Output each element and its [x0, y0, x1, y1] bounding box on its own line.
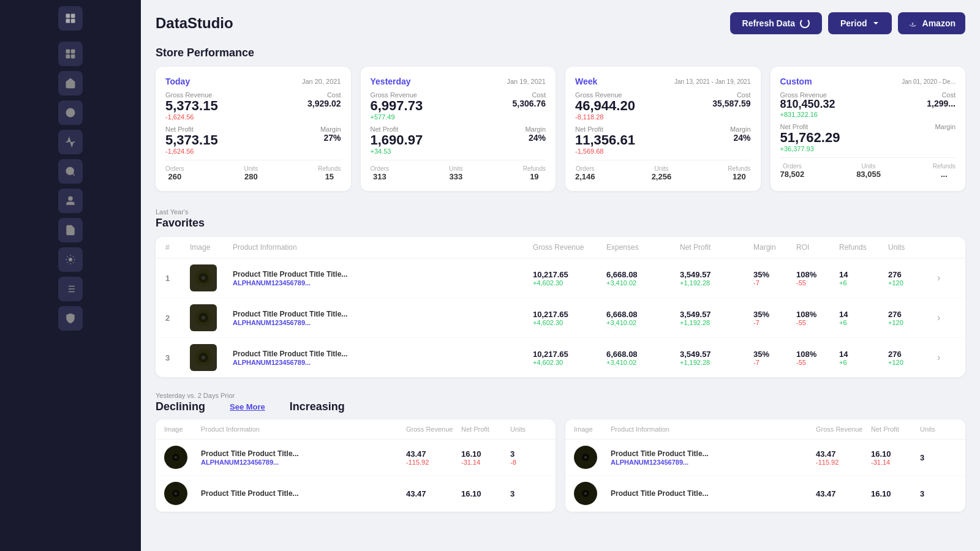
- week-units-label: Units: [652, 165, 672, 172]
- increasing-title: Increasing: [290, 400, 345, 413]
- units-1: 276 +120: [888, 270, 937, 287]
- custom-profit-delta: +36,377.93: [780, 145, 840, 152]
- inc-th-image: Image: [574, 425, 611, 433]
- today-orders-label: Orders: [165, 165, 184, 172]
- week-units-value: 2,256: [652, 172, 672, 181]
- list-item: Product Title Product Title... 43.47 16.…: [565, 476, 965, 512]
- th-margin: Margin: [753, 243, 796, 252]
- svg-point-32: [175, 456, 177, 459]
- card-yesterday-tab[interactable]: Yesterday: [371, 77, 411, 86]
- amazon-label: Amazon: [922, 18, 956, 28]
- refunds-1: 14 +6: [839, 270, 888, 287]
- refresh-data-button[interactable]: Refresh Data: [730, 12, 822, 34]
- yesterday-revenue-value: 6,997.73: [371, 99, 423, 113]
- th-units: Units: [888, 243, 937, 252]
- declining-header: Declining See More Increasing: [156, 400, 965, 413]
- sidebar-item-5[interactable]: [58, 159, 83, 184]
- week-margin-value: 24%: [730, 133, 751, 143]
- svg-rect-4: [66, 50, 69, 53]
- card-custom-tab[interactable]: Custom: [780, 77, 812, 86]
- favorites-title: Favorites: [156, 217, 965, 230]
- product-sku-1[interactable]: ALPHANUM123456789...: [233, 279, 533, 287]
- perf-card-custom: Custom Jan 01, 2020 - De... Gross Revenu…: [771, 67, 966, 191]
- th-actions: [937, 243, 956, 252]
- row-num-3: 3: [165, 353, 190, 362]
- custom-cost-label: Cost: [927, 91, 956, 99]
- dec-product-info-1: Product Title Product Title... ALPHANUM1…: [201, 449, 406, 467]
- dec-product-info-2: Product Title Product Title...: [201, 489, 406, 499]
- net-profit-2: 3,549.57 +1,192.28: [680, 310, 753, 326]
- sidebar-item-4[interactable]: [58, 130, 83, 154]
- period-button[interactable]: Period: [828, 12, 892, 34]
- row-num-2: 2: [165, 313, 190, 323]
- product-title-3: Product Title Product Title Title...: [233, 350, 533, 359]
- dec-product-image-1: [164, 446, 187, 469]
- card-today-tab[interactable]: Today: [165, 77, 190, 86]
- svg-rect-2: [66, 19, 70, 23]
- product-info-2: Product Title Product Title Title... ALP…: [233, 310, 533, 327]
- units-2: 276 +120: [888, 310, 937, 326]
- custom-profit-value: 51,762.29: [780, 130, 840, 145]
- card-today-date: Jan 20, 2021: [302, 78, 341, 85]
- sidebar-item-7[interactable]: [58, 218, 83, 242]
- svg-point-23: [202, 276, 205, 280]
- sidebar-item-8[interactable]: [58, 247, 83, 272]
- declining-title: Declining: [156, 400, 205, 413]
- chevron-down-icon: [872, 20, 880, 27]
- th-roi: ROI: [796, 243, 839, 252]
- row-action-2[interactable]: ›: [937, 312, 956, 323]
- product-image-2: [190, 304, 217, 331]
- custom-refunds-value: ...: [933, 170, 956, 179]
- today-profit-value: 5,373.15: [165, 133, 218, 148]
- declining-section: Yesterday vs. 2 Days Prior Declining See…: [156, 392, 965, 512]
- week-refunds-label: Refunds: [728, 165, 750, 172]
- th-expenses: Expenses: [606, 243, 680, 252]
- product-sku-3[interactable]: ALPHANUM123456789...: [233, 359, 533, 366]
- week-refunds-value: 120: [728, 172, 750, 181]
- inc-product-image-2: [574, 482, 597, 505]
- dec-net-1: 16.10 -31.14: [461, 449, 510, 466]
- amazon-button[interactable]: Amazon: [898, 12, 965, 34]
- svg-rect-0: [66, 14, 70, 18]
- gross-revenue-1: 10,217.65 +4,602.30: [533, 270, 606, 287]
- card-yesterday-date: Jan 19, 2021: [507, 78, 546, 85]
- expenses-1: 6,668.08 +3,410.02: [606, 270, 680, 287]
- today-revenue-value: 5,373.15: [165, 99, 218, 113]
- custom-profit-label: Net Profit: [780, 123, 840, 130]
- card-week-tab[interactable]: Week: [575, 77, 597, 86]
- today-profit-delta: -1,624.56: [165, 148, 218, 155]
- increasing-table: Image Product Information Gross Revenue …: [565, 419, 965, 512]
- sidebar-item-1[interactable]: [58, 42, 83, 66]
- today-orders-value: 260: [165, 172, 184, 181]
- dec-gross-1: 43.47 -115.92: [406, 449, 461, 466]
- th-num: #: [165, 243, 190, 252]
- today-refunds-value: 15: [318, 172, 341, 181]
- header-actions: Refresh Data Period Amazon: [730, 12, 965, 34]
- favorites-table: # Image Product Information Gross Revenu…: [156, 237, 965, 377]
- inc-th-net: Net Profit: [871, 425, 920, 433]
- declining-increasing-grid: Image Product Information Gross Revenue …: [156, 419, 965, 512]
- sidebar-item-6[interactable]: [58, 189, 83, 213]
- row-action-1[interactable]: ›: [937, 272, 956, 283]
- sidebar-item-9[interactable]: [58, 277, 83, 301]
- yesterday-revenue-delta: +577.49: [371, 113, 423, 121]
- inc-product-info-2: Product Title Product Title...: [611, 489, 816, 499]
- sidebar-item-10[interactable]: [58, 306, 83, 331]
- dec-product-image-2: [164, 482, 187, 505]
- margin-3: 35% -7: [753, 350, 796, 366]
- dec-th-product: Product Information: [201, 425, 406, 433]
- sidebar-item-3[interactable]: [58, 100, 83, 125]
- svg-line-12: [72, 173, 74, 175]
- inc-gross-1: 43.47 -115.92: [816, 449, 871, 466]
- custom-refunds-label: Refunds: [933, 163, 956, 170]
- favorites-table-header: # Image Product Information Gross Revenu…: [156, 237, 965, 258]
- row-action-3[interactable]: ›: [937, 352, 956, 363]
- week-cost-label: Cost: [712, 91, 750, 99]
- th-refunds: Refunds: [839, 243, 888, 252]
- product-sku-2[interactable]: ALPHANUM123456789...: [233, 319, 533, 326]
- sidebar-top-icon[interactable]: [58, 6, 83, 31]
- sidebar-item-2[interactable]: [58, 71, 83, 96]
- today-margin-value: 27%: [320, 133, 341, 143]
- today-margin-label: Margin: [320, 126, 341, 133]
- see-more-button[interactable]: See More: [230, 402, 265, 411]
